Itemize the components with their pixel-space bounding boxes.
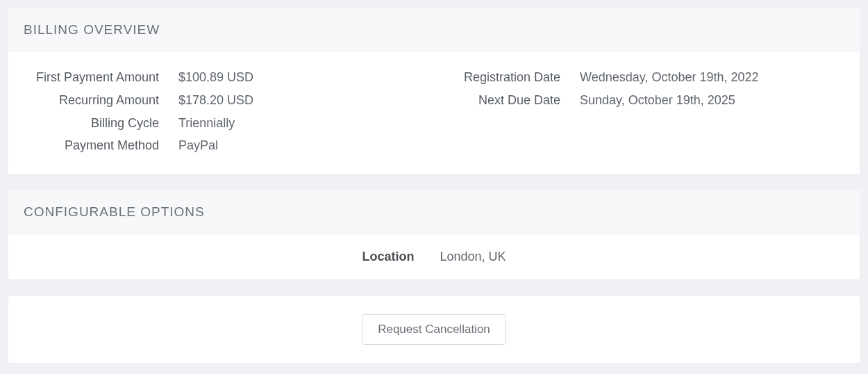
billing-overview-body: First Payment Amount $100.89 USD Recurri…: [8, 52, 860, 174]
next-due-date-value: Sunday, October 19th, 2025: [580, 90, 839, 111]
payment-method-value: PayPal: [178, 136, 413, 156]
location-value: London, UK: [440, 250, 506, 263]
first-payment-label: First Payment Amount: [29, 67, 178, 88]
payment-method-row: Payment Method PayPal: [29, 136, 413, 156]
registration-date-row: Registration Date Wednesday, October 19t…: [455, 67, 839, 88]
next-due-date-label: Next Due Date: [455, 90, 580, 111]
configurable-options-card: CONFIGURABLE OPTIONS Location London, UK: [8, 190, 860, 279]
location-label: Location: [362, 250, 414, 263]
configurable-options-title: CONFIGURABLE OPTIONS: [8, 190, 860, 234]
registration-date-value: Wednesday, October 19th, 2022: [580, 67, 839, 88]
configurable-options-body: Location London, UK: [8, 234, 860, 279]
recurring-amount-value: $178.20 USD: [178, 90, 413, 111]
action-card: Request Cancellation: [8, 296, 860, 363]
first-payment-row: First Payment Amount $100.89 USD: [29, 67, 413, 88]
billing-cycle-label: Billing Cycle: [29, 113, 178, 133]
billing-overview-card: BILLING OVERVIEW First Payment Amount $1…: [8, 8, 860, 174]
recurring-amount-row: Recurring Amount $178.20 USD: [29, 90, 413, 111]
payment-method-label: Payment Method: [29, 136, 178, 156]
registration-date-label: Registration Date: [455, 67, 580, 88]
billing-cycle-value: Triennially: [178, 113, 413, 133]
request-cancellation-button[interactable]: Request Cancellation: [362, 314, 506, 345]
billing-cycle-row: Billing Cycle Triennially: [29, 113, 413, 133]
next-due-date-row: Next Due Date Sunday, October 19th, 2025: [455, 90, 839, 111]
billing-overview-title: BILLING OVERVIEW: [8, 8, 860, 52]
recurring-amount-label: Recurring Amount: [29, 90, 178, 111]
first-payment-value: $100.89 USD: [178, 67, 413, 88]
